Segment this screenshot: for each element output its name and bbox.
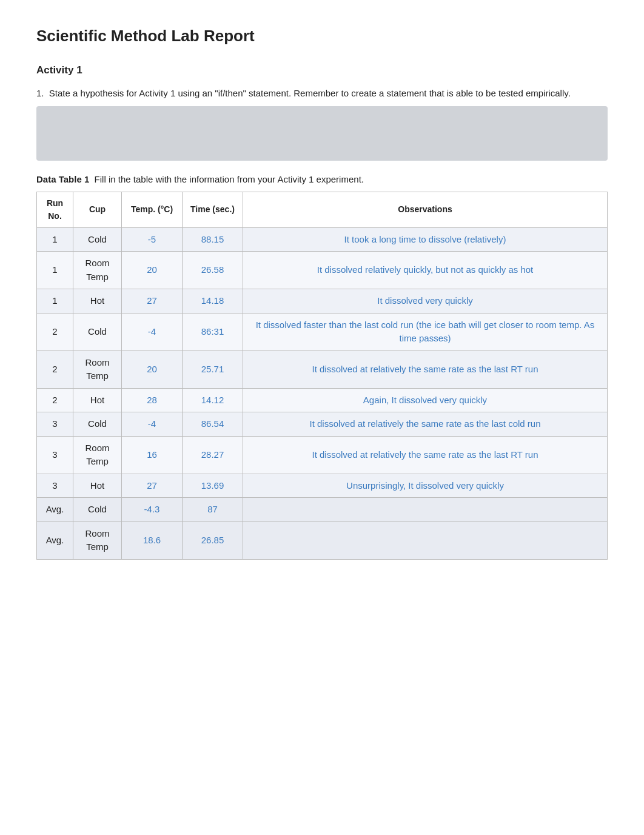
table-row: 1Hot2714.18It dissolved very quickly	[37, 289, 608, 314]
cell-run: 2	[37, 350, 73, 388]
hypothesis-answer-area[interactable]	[36, 106, 608, 161]
cell-time: 87	[183, 498, 243, 522]
table-row: Avg.Cold-4.387	[37, 498, 608, 522]
cell-time: 28.27	[183, 436, 243, 474]
cell-time: 88.15	[183, 227, 243, 252]
cell-obs: Again, It dissolved very quickly	[243, 388, 608, 412]
cell-cup: Hot	[73, 289, 122, 314]
cell-cup: Room Temp	[73, 436, 122, 474]
data-table-1-label: Data Table 1 Fill in the table with the …	[36, 173, 608, 187]
cell-cup: Room Temp	[73, 350, 122, 388]
cell-obs	[243, 521, 608, 559]
cell-temp: -4.3	[122, 498, 183, 522]
col-header-time: Time (sec.)	[183, 192, 243, 227]
cell-cup: Cold	[73, 227, 122, 252]
cell-obs: It dissolved at relatively the same rate…	[243, 436, 608, 474]
page-title: Scientific Method Lab Report	[36, 24, 608, 48]
question-1-content: State a hypothesis for Activity 1 using …	[49, 88, 571, 98]
cell-obs	[243, 498, 608, 522]
cell-obs: Unsurprisingly, It dissolved very quickl…	[243, 474, 608, 498]
cell-cup: Hot	[73, 474, 122, 498]
col-header-cup: Cup	[73, 192, 122, 227]
cell-time: 86:31	[183, 313, 243, 350]
col-header-temp: Temp. (°C)	[122, 192, 183, 227]
cell-cup: Room Temp	[73, 521, 122, 559]
data-table-1: RunNo. Cup Temp. (°C) Time (sec.) Observ…	[36, 192, 608, 560]
activity1-heading: Activity 1	[36, 62, 608, 78]
cell-time: 86.54	[183, 412, 243, 437]
cell-time: 26.58	[183, 252, 243, 289]
cell-time: 25.71	[183, 350, 243, 388]
cell-temp: 20	[122, 350, 183, 388]
cell-run: Avg.	[37, 498, 73, 522]
cell-run: 1	[37, 227, 73, 252]
cell-obs: It dissolved relatively quickly, but not…	[243, 252, 608, 289]
data-table-1-title: Data Table 1	[36, 174, 89, 184]
cell-temp: 16	[122, 436, 183, 474]
cell-temp: -4	[122, 412, 183, 437]
cell-obs: It took a long time to dissolve (relativ…	[243, 227, 608, 252]
table-row: 2Hot2814.12Again, It dissolved very quic…	[37, 388, 608, 412]
table-row: 2Room Temp2025.71It dissolved at relativ…	[37, 350, 608, 388]
cell-temp: -5	[122, 227, 183, 252]
cell-run: 2	[37, 313, 73, 350]
col-header-obs: Observations	[243, 192, 608, 227]
cell-time: 13.69	[183, 474, 243, 498]
cell-cup: Cold	[73, 313, 122, 350]
question-1-number: 1.	[36, 88, 44, 98]
cell-run: 2	[37, 388, 73, 412]
cell-cup: Room Temp	[73, 252, 122, 289]
table-row: 3Hot2713.69Unsurprisingly, It dissolved …	[37, 474, 608, 498]
table-header-row: RunNo. Cup Temp. (°C) Time (sec.) Observ…	[37, 192, 608, 227]
cell-run: 1	[37, 252, 73, 289]
cell-run: 3	[37, 412, 73, 437]
cell-temp: 20	[122, 252, 183, 289]
cell-temp: -4	[122, 313, 183, 350]
table-row: 1Cold-588.15It took a long time to disso…	[37, 227, 608, 252]
cell-run: 3	[37, 436, 73, 474]
cell-obs: It dissolved faster than the last cold r…	[243, 313, 608, 350]
question-1-block: 1. State a hypothesis for Activity 1 usi…	[36, 87, 608, 161]
data-table-1-instruction: Fill in the table with the information f…	[95, 174, 364, 184]
cell-temp: 27	[122, 289, 183, 314]
cell-cup: Cold	[73, 498, 122, 522]
table-row: Avg.Room Temp18.626.85	[37, 521, 608, 559]
cell-obs: It dissolved at relatively the same rate…	[243, 412, 608, 437]
table-row: 2Cold-486:31It dissolved faster than the…	[37, 313, 608, 350]
col-header-run: RunNo.	[37, 192, 73, 227]
question-1-text: 1. State a hypothesis for Activity 1 usi…	[36, 87, 608, 101]
cell-time: 26.85	[183, 521, 243, 559]
cell-time: 14.18	[183, 289, 243, 314]
cell-run: 3	[37, 474, 73, 498]
cell-temp: 18.6	[122, 521, 183, 559]
cell-run: 1	[37, 289, 73, 314]
cell-obs: It dissolved at relatively the same rate…	[243, 350, 608, 388]
cell-temp: 28	[122, 388, 183, 412]
cell-cup: Cold	[73, 412, 122, 437]
cell-run: Avg.	[37, 521, 73, 559]
cell-time: 14.12	[183, 388, 243, 412]
table-row: 3Cold-486.54It dissolved at relatively t…	[37, 412, 608, 437]
cell-temp: 27	[122, 474, 183, 498]
cell-cup: Hot	[73, 388, 122, 412]
cell-obs: It dissolved very quickly	[243, 289, 608, 314]
table-row: 3Room Temp1628.27It dissolved at relativ…	[37, 436, 608, 474]
table-row: 1Room Temp2026.58It dissolved relatively…	[37, 252, 608, 289]
